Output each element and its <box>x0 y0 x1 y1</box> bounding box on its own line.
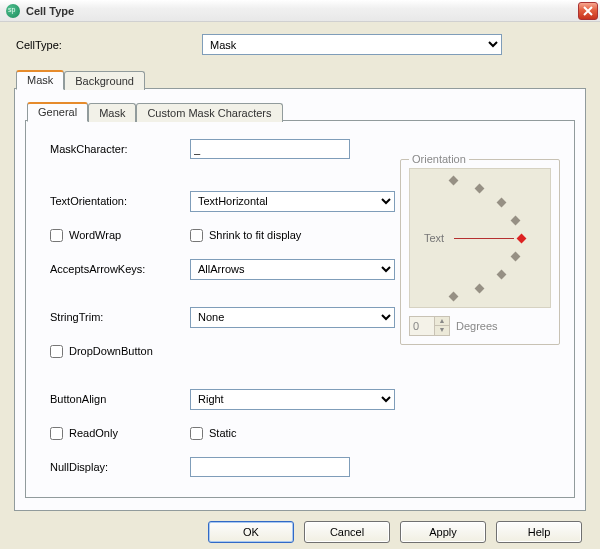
orientation-legend: Orientation <box>409 153 469 165</box>
tab-background[interactable]: Background <box>64 71 145 90</box>
tab-mask[interactable]: Mask <box>16 70 64 90</box>
tab-custom-mask[interactable]: Custom Mask Characters <box>136 103 282 122</box>
help-button[interactable]: Help <box>496 521 582 543</box>
tab-label: Mask <box>99 107 125 119</box>
ok-button[interactable]: OK <box>208 521 294 543</box>
wordwrap-label: WordWrap <box>69 229 121 241</box>
textorientation-select[interactable]: TextHorizontal <box>190 191 395 212</box>
dial-tick-icon <box>475 284 485 294</box>
outer-tabstrip: Mask Background <box>14 69 586 88</box>
dialog-buttons: OK Cancel Apply Help <box>14 511 586 543</box>
orientation-dial-line <box>454 238 514 239</box>
acceptsarrow-label: AcceptsArrowKeys: <box>50 263 190 275</box>
tab-label: Background <box>75 75 134 87</box>
spin-up-icon[interactable]: ▲ <box>435 317 449 326</box>
close-button[interactable] <box>578 2 598 20</box>
dial-tick-icon <box>475 184 485 194</box>
celltype-label: CellType: <box>14 39 202 51</box>
tab-mask-inner[interactable]: Mask <box>88 103 136 122</box>
stringtrim-label: StringTrim: <box>50 311 190 323</box>
celltype-select[interactable]: Mask <box>202 34 502 55</box>
outer-tabpanel: General Mask Custom Mask Characters Mask… <box>14 88 586 511</box>
tab-general[interactable]: General <box>27 102 88 122</box>
maskchar-input[interactable] <box>190 139 350 159</box>
wordwrap-checkbox-wrap[interactable]: WordWrap <box>50 229 190 242</box>
close-icon <box>583 6 593 16</box>
buttonalign-label: ButtonAlign <box>50 393 190 405</box>
tab-label: Mask <box>27 74 53 86</box>
shrink-label: Shrink to fit display <box>209 229 301 241</box>
titlebar: Cell Type <box>0 0 600 22</box>
dropdownbutton-label: DropDownButton <box>69 345 153 357</box>
dropdownbutton-checkbox[interactable] <box>50 345 63 358</box>
dial-handle-icon[interactable] <box>517 234 527 244</box>
dial-tick-icon <box>511 216 521 226</box>
maskchar-label: MaskCharacter: <box>50 143 190 155</box>
static-label: Static <box>209 427 237 439</box>
dropdownbutton-checkbox-wrap[interactable]: DropDownButton <box>50 345 153 358</box>
apply-button[interactable]: Apply <box>400 521 486 543</box>
tab-label: Custom Mask Characters <box>147 107 271 119</box>
degrees-label: Degrees <box>456 320 498 332</box>
dial-tick-icon <box>497 198 507 208</box>
shrink-checkbox-wrap[interactable]: Shrink to fit display <box>190 229 301 242</box>
dial-tick-icon <box>511 252 521 262</box>
acceptsarrow-select[interactable]: AllArrows <box>190 259 395 280</box>
dial-tick-icon <box>449 176 459 186</box>
buttonalign-select[interactable]: Right <box>190 389 395 410</box>
spin-down-icon[interactable]: ▼ <box>435 326 449 335</box>
static-checkbox[interactable] <box>190 427 203 440</box>
app-icon <box>6 4 20 18</box>
inner-tabstrip: General Mask Custom Mask Characters <box>25 101 575 120</box>
orientation-group: Orientation Text <box>400 159 560 345</box>
readonly-label: ReadOnly <box>69 427 118 439</box>
textorientation-label: TextOrientation: <box>50 195 190 207</box>
degrees-input[interactable] <box>410 317 434 335</box>
dial-tick-icon <box>497 270 507 280</box>
dial-tick-icon <box>449 292 459 302</box>
wordwrap-checkbox[interactable] <box>50 229 63 242</box>
cancel-button[interactable]: Cancel <box>304 521 390 543</box>
readonly-checkbox[interactable] <box>50 427 63 440</box>
orientation-dial-text: Text <box>424 232 444 244</box>
nulldisplay-input[interactable] <box>190 457 350 477</box>
static-checkbox-wrap[interactable]: Static <box>190 427 237 440</box>
window-title: Cell Type <box>26 5 74 17</box>
stringtrim-select[interactable]: None <box>190 307 395 328</box>
degrees-spinner[interactable]: ▲ ▼ <box>409 316 450 336</box>
shrink-checkbox[interactable] <box>190 229 203 242</box>
tab-label: General <box>38 106 77 118</box>
orientation-dial[interactable]: Text <box>409 168 551 308</box>
inner-tabpanel: MaskCharacter: TextOrientation: TextHori… <box>25 120 575 498</box>
nulldisplay-label: NullDisplay: <box>50 461 190 473</box>
readonly-checkbox-wrap[interactable]: ReadOnly <box>50 427 190 440</box>
